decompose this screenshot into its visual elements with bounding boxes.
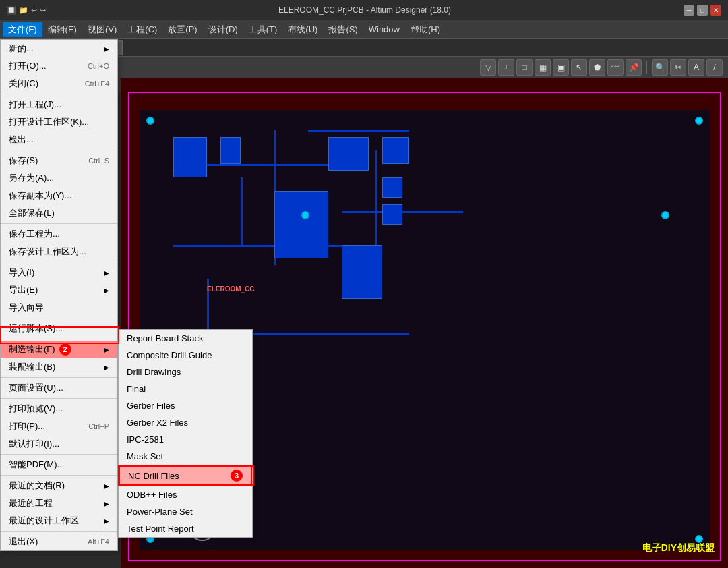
menu-saveworkspace[interactable]: 保存设计工作区为... xyxy=(1,243,117,260)
more-btn[interactable]: ▣ xyxy=(553,59,569,76)
nc-drill-badge: 3 xyxy=(231,470,243,482)
add-btn[interactable]: + xyxy=(498,59,514,76)
chart-btn[interactable]: ▦ xyxy=(535,59,551,76)
menu-recent-docs[interactable]: 最近的文档(R) ▶ xyxy=(1,477,117,494)
submenu-odb-files[interactable]: ODB++ Files xyxy=(119,486,252,503)
menu-runscript[interactable]: 运行脚本(S)... xyxy=(1,320,117,337)
watermark: 电子DIY创易联盟 xyxy=(642,542,715,555)
menu-smartpdf[interactable]: 智能PDF(M)... xyxy=(1,456,117,474)
cursor-btn[interactable]: ↖ xyxy=(571,59,587,76)
submenu-report-board-stack[interactable]: Report Board Stack xyxy=(119,330,252,347)
cut-btn[interactable]: ✂ xyxy=(670,59,686,76)
menu-place[interactable]: 放置(P) xyxy=(162,22,202,37)
menu-help[interactable]: 帮助(H) xyxy=(405,22,446,37)
submenu-gerber-files[interactable]: Gerber Files xyxy=(119,397,252,414)
sep1 xyxy=(1,94,117,94)
sep7 xyxy=(1,377,117,378)
submenu-gerber-x2-files[interactable]: Gerber X2 Files xyxy=(119,414,252,431)
menu-saveproject[interactable]: 保存工程为... xyxy=(1,225,117,243)
menu-fab-output[interactable]: 制造输出(F) 2 ▶ xyxy=(1,341,117,358)
text-btn[interactable]: A xyxy=(688,59,704,76)
fab-submenu: Report Board Stack Composite Drill Guide… xyxy=(118,329,253,538)
menu-route[interactable]: 布线(U) xyxy=(282,22,323,37)
submenu-composite-drill-guide[interactable]: Composite Drill Guide xyxy=(119,347,252,364)
maximize-button[interactable]: □ xyxy=(697,5,708,16)
sep8 xyxy=(1,398,117,399)
sep4 xyxy=(1,262,117,262)
hole-tr xyxy=(695,117,703,125)
sep6 xyxy=(1,339,117,339)
menu-savecopy[interactable]: 保存副本为(Y)... xyxy=(1,187,117,204)
menu-exit[interactable]: 退出(X) Alt+F4 xyxy=(1,533,117,550)
window-controls[interactable]: ─ □ ✕ xyxy=(684,5,721,16)
minimize-button[interactable]: ─ xyxy=(684,5,694,16)
submenu-nc-drill-files[interactable]: NC Drill Files 3 xyxy=(119,465,252,486)
menu-recent-projects[interactable]: 最近的工程 ▶ xyxy=(1,494,117,512)
menu-import[interactable]: 导入(I) ▶ xyxy=(1,264,117,281)
sep2 xyxy=(1,150,117,150)
filter-btn[interactable]: ▽ xyxy=(480,59,496,76)
menu-bar: 文件(F) 编辑(E) 视图(V) 工程(C) 放置(P) 设计(D) 工具(T… xyxy=(0,20,728,39)
menu-export[interactable]: 导出(E) ▶ xyxy=(1,281,117,299)
title-bar: 🔲 📁 ↩ ↪ ELEROOM_CC.PrjPCB - Altium Desig… xyxy=(0,0,728,20)
menu-print[interactable]: 打印(P)... Ctrl+P xyxy=(1,418,117,435)
menu-window[interactable]: Window xyxy=(363,23,405,36)
menu-checkout[interactable]: 检出... xyxy=(1,131,117,148)
toolbar-sep xyxy=(646,61,647,74)
draw-btn[interactable]: / xyxy=(706,59,723,76)
menu-defaultprint[interactable]: 默认打印(I)... xyxy=(1,435,117,453)
toolbar-group-right: ▽ + □ ▦ ▣ ↖ ⬟ 〰 📌 🔍 ✂ A / xyxy=(480,59,723,76)
menu-recent-workspaces[interactable]: 最近的设计工作区 ▶ xyxy=(1,512,117,530)
zoom-btn[interactable]: 🔍 xyxy=(652,59,668,76)
shape-btn[interactable]: ⬟ xyxy=(589,59,605,76)
menu-close[interactable]: 关闭(C) Ctrl+F4 xyxy=(1,75,117,92)
sep5 xyxy=(1,318,117,318)
submenu-mask-set[interactable]: Mask Set xyxy=(119,448,252,465)
menu-importwiz[interactable]: 导入向导 xyxy=(1,299,117,316)
sep9 xyxy=(1,454,117,455)
menu-new[interactable]: 新的... ▶ xyxy=(1,40,117,57)
menu-edit[interactable]: 编辑(E) xyxy=(42,22,82,37)
sep10 xyxy=(1,475,117,476)
fab-badge: 2 xyxy=(59,343,71,356)
menu-design[interactable]: 设计(D) xyxy=(203,22,243,37)
menu-tools[interactable]: 工具(T) xyxy=(243,22,283,37)
menu-open-project[interactable]: 打开工程(J)... xyxy=(1,96,117,113)
sep11 xyxy=(1,531,117,532)
menu-printpreview[interactable]: 打印预览(V)... xyxy=(1,400,117,418)
menu-open[interactable]: 打开(O)... Ctrl+O xyxy=(1,57,117,75)
rect-btn[interactable]: □ xyxy=(516,59,533,76)
file-menu-dropdown: 新的... ▶ 打开(O)... Ctrl+O 关闭(C) Ctrl+F4 打开… xyxy=(0,39,118,551)
hole-right xyxy=(661,211,669,219)
menu-saveas[interactable]: 另存为(A)... xyxy=(1,169,117,187)
menu-save[interactable]: 保存(S) Ctrl+S xyxy=(1,152,117,169)
menu-view[interactable]: 视图(V) xyxy=(82,22,122,37)
menu-open-workspace[interactable]: 打开设计工作区(K)... xyxy=(1,113,117,131)
eleroom-label: ELEROOM_CC xyxy=(207,285,255,293)
submenu-test-point-report[interactable]: Test Point Report xyxy=(119,520,252,537)
close-button[interactable]: ✕ xyxy=(710,5,721,16)
menu-project[interactable]: 工程(C) xyxy=(122,22,162,37)
menu-reports[interactable]: 报告(S) xyxy=(323,22,363,37)
window-title: ELEROOM_CC.PrjPCB - Altium Designer (18.… xyxy=(278,5,451,15)
sep3 xyxy=(1,223,117,224)
pin-btn[interactable]: 📌 xyxy=(626,59,642,76)
menu-saveall[interactable]: 全部保存(L) xyxy=(1,204,117,222)
submenu-power-plane-set[interactable]: Power-Plane Set xyxy=(119,503,252,520)
menu-file[interactable]: 文件(F) xyxy=(3,22,42,37)
submenu-final[interactable]: Final xyxy=(119,380,252,397)
menu-pagesetup[interactable]: 页面设置(U)... xyxy=(1,379,117,397)
menu-assembly-output[interactable]: 装配输出(B) ▶ xyxy=(1,358,117,376)
toolbar-icons: 🔲 📁 ↩ ↪ xyxy=(7,6,46,15)
hole-center xyxy=(301,211,309,219)
submenu-drill-drawings[interactable]: Drill Drawings xyxy=(119,364,252,380)
wave-btn[interactable]: 〰 xyxy=(607,59,624,76)
hole-tl xyxy=(146,117,154,125)
submenu-ipc-2581[interactable]: IPC-2581 xyxy=(119,431,252,448)
